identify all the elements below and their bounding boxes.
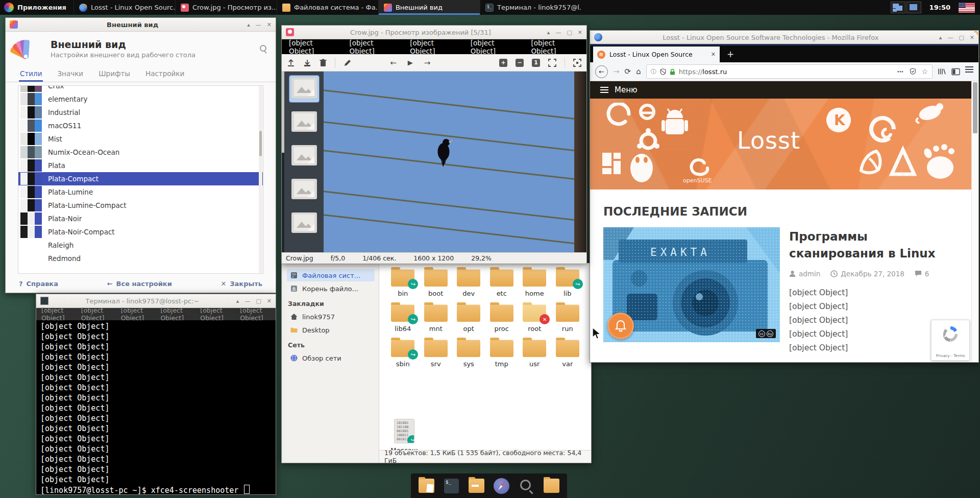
style-list-item[interactable]: Plata-Noir-Compact <box>18 225 263 239</box>
site-info-icon[interactable]: ⓘ <box>651 68 656 76</box>
shade-button[interactable]: ▴ <box>236 298 239 304</box>
shade-button[interactable]: ▴ <box>247 21 250 28</box>
workspace-switcher[interactable] <box>891 2 921 13</box>
minimize-button[interactable]: — <box>947 34 953 41</box>
folder-item[interactable]: ↪ ✕ home <box>518 269 551 297</box>
photo-canvas[interactable] <box>324 72 586 252</box>
dock-folder-icon[interactable] <box>468 478 485 494</box>
dock-terminal-icon[interactable]: $_ <box>443 478 460 494</box>
taskbar-item-appearance[interactable]: Внешний вид <box>378 0 480 15</box>
style-list-item[interactable]: Crux <box>18 85 263 92</box>
style-list-item[interactable]: Industrial <box>18 106 263 119</box>
url-text[interactable]: https://losst.ru <box>679 68 727 76</box>
menu-item[interactable]: [object Object] <box>350 39 398 55</box>
home-button[interactable]: ⌂ <box>636 67 641 76</box>
page-scrollbar[interactable] <box>971 81 978 362</box>
search-icon[interactable] <box>259 44 267 53</box>
maximize-button[interactable]: ▢ <box>567 29 572 36</box>
help-button[interactable]: ?Справка <box>19 280 58 288</box>
menu-item[interactable]: [object Object] <box>200 306 231 322</box>
menu-item[interactable]: [object Object] <box>121 306 152 322</box>
style-list-item[interactable]: elementary <box>18 92 263 106</box>
style-list-item[interactable]: Plata-Lumine-Compact <box>18 199 263 212</box>
tab-close-icon[interactable]: ✕ <box>711 51 716 58</box>
workspace-2[interactable] <box>906 2 921 13</box>
back-button[interactable]: ← <box>595 65 608 78</box>
terminal-titlebar[interactable]: Терминал - linok9757@losst-pc:~ ▴—▢✕ <box>36 294 276 308</box>
article-author[interactable]: admin <box>789 270 820 278</box>
folder-item[interactable]: ↪ ✕ opt <box>452 304 485 333</box>
menu-item[interactable]: [object Object] <box>160 306 191 322</box>
style-list-scrollbar[interactable] <box>259 86 262 273</box>
menu-item[interactable]: [object Object] <box>289 39 337 55</box>
next-icon[interactable]: → <box>424 58 431 67</box>
sidebar-item-root[interactable]: Корень файло... <box>287 282 375 295</box>
taskbar-item-filemanager[interactable]: Файловая система - Фа... <box>277 0 378 15</box>
minimize-button[interactable]: — <box>244 298 250 304</box>
slideshow-icon[interactable]: ▶ <box>408 59 413 66</box>
article-thumbnail[interactable]: EXAKTA cc by <box>603 227 780 342</box>
menu-item[interactable]: [object Object] <box>531 39 579 55</box>
folder-item[interactable]: ↪ ✕ run <box>551 304 584 333</box>
menu-item[interactable]: [object Object] <box>471 39 519 55</box>
style-list-item[interactable]: Raleigh <box>18 239 263 252</box>
reload-button[interactable]: ⟳ <box>625 67 631 76</box>
workspace-1[interactable] <box>891 2 905 13</box>
dock-search-icon[interactable] <box>518 478 535 494</box>
dock-folder-2-icon[interactable] <box>543 478 560 494</box>
close-button[interactable]: ✕ <box>578 29 582 36</box>
tab[interactable]: Шрифты <box>97 66 131 82</box>
zoom-original-icon[interactable]: 1 <box>532 59 540 67</box>
thumbnail[interactable] <box>289 210 319 237</box>
previous-icon[interactable]: ← <box>390 58 397 67</box>
open-icon[interactable] <box>287 59 295 67</box>
all-settings-button[interactable]: ←Все настройки <box>107 280 172 288</box>
menu-item[interactable]: [object Object] <box>240 306 271 322</box>
folder-item[interactable]: ↪ ✕ bin <box>386 269 420 297</box>
folder-item[interactable]: ↪ ✕ lib64 <box>386 304 420 333</box>
site-menu-bar[interactable]: Меню <box>590 81 978 99</box>
tracking-shield-icon[interactable] <box>660 68 666 75</box>
close-button[interactable]: ✕ <box>267 21 272 28</box>
style-list-item[interactable]: macOS11 <box>18 119 263 132</box>
sidebar-toggle-icon[interactable] <box>951 68 960 76</box>
thumbnail[interactable] <box>289 177 319 203</box>
appearance-titlebar[interactable]: Внешний вид ▴—✕ <box>6 18 276 32</box>
maximize-button[interactable]: ▢ <box>256 298 261 304</box>
url-bar[interactable]: ⓘ https://losst.ru ⋯ ☆ <box>646 64 933 79</box>
folder-item[interactable]: ↪ ✕ dev <box>452 269 485 297</box>
folder-item[interactable]: ↪ ✕ tmp <box>485 340 519 368</box>
shade-button[interactable]: ▴ <box>547 29 550 36</box>
taskbar-item-losst[interactable]: Losst - Linux Open Sourc... <box>74 0 175 15</box>
tab[interactable]: Настройки <box>144 66 185 82</box>
folder-item[interactable]: ↪ ✕ usr <box>518 340 551 368</box>
viewer-titlebar[interactable]: Crow.jpg - Просмотр изображений [5/31] ▴… <box>282 26 586 39</box>
library-icon[interactable] <box>938 67 946 76</box>
folder-item[interactable]: ↪ ✕ lib <box>551 269 584 297</box>
taskbar-item-terminal[interactable]: $_ Терминал - linok9757@l... <box>480 0 581 15</box>
tab[interactable]: Стили <box>19 66 43 82</box>
sidebar-item-filesystem[interactable]: Файловая сист... <box>287 269 375 281</box>
article-title-link[interactable]: Программы сканирования в Linux <box>789 228 965 263</box>
style-list-item[interactable]: Plata-Lumine <box>18 185 263 199</box>
style-list-item[interactable]: Redmond <box>18 252 263 265</box>
fullscreen-icon[interactable] <box>573 59 581 67</box>
folder-item[interactable]: ↪ ✕ etc <box>485 269 519 297</box>
forward-button[interactable]: → <box>613 67 620 76</box>
sidebar-item-network[interactable]: Обзор сети <box>287 352 375 364</box>
dock-file-manager-icon[interactable] <box>418 478 435 494</box>
menu-item[interactable]: [object Object] <box>410 39 458 55</box>
style-list-item[interactable]: Plata-Noir <box>18 212 263 225</box>
notification-bell-button[interactable] <box>607 313 634 339</box>
folder-item[interactable]: ↪ ✕ boot <box>420 269 453 297</box>
bookmark-star-icon[interactable]: ☆ <box>921 67 928 76</box>
folder-item[interactable]: ↪ ✕ proc <box>485 304 519 333</box>
folder-item[interactable]: ↪ ✕ srv <box>420 340 453 368</box>
folder-item[interactable]: ↪ ✕ sbin <box>386 340 420 368</box>
minimize-button[interactable]: — <box>256 21 261 28</box>
style-list-item[interactable]: Mist <box>18 132 263 146</box>
thumbnail[interactable] <box>289 76 319 102</box>
firefox-titlebar[interactable]: Losst - Linux Open Source Software Techn… <box>590 31 978 45</box>
shield-check-icon[interactable] <box>910 68 916 75</box>
close-window-button[interactable]: ✕Закрыть <box>220 280 262 288</box>
